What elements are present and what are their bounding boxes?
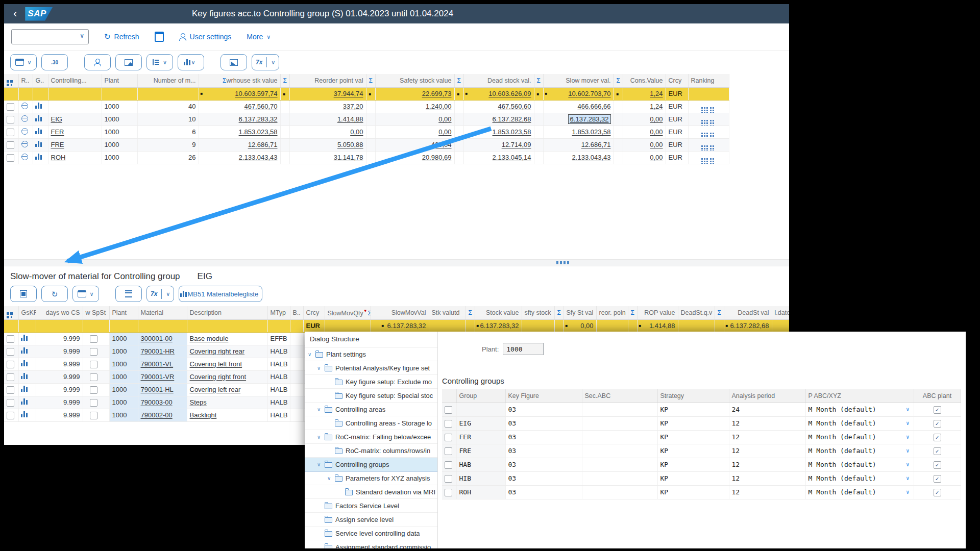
tree-item[interactable]: Standard deviation via MRI: [305, 485, 437, 499]
splitter-handle-icon[interactable]: [556, 261, 569, 264]
col-sum[interactable]: Σ: [715, 306, 724, 319]
group-cell[interactable]: HAB: [456, 458, 505, 471]
tree-item[interactable]: ∨ Controlling groups: [305, 458, 437, 471]
tree-item[interactable]: ∨ Controlling areas: [305, 403, 437, 416]
analysis-period-cell[interactable]: 12: [729, 430, 805, 444]
more-menu-button[interactable]: More ∨: [247, 33, 271, 41]
col-stkval[interactable]: Stk valutd: [429, 306, 465, 319]
row-select-cell[interactable]: [4, 138, 18, 151]
abc-plant-cell[interactable]: ✓: [914, 430, 961, 444]
row-select-cell[interactable]: [4, 151, 18, 164]
graph-cell[interactable]: [33, 113, 48, 126]
group-cell[interactable]: [456, 403, 505, 416]
col-wrhouse[interactable]: Σwrhouse stk value: [199, 74, 280, 87]
p-abc-xyz-cell[interactable]: M Month (default)∨: [805, 458, 914, 471]
detail-cell[interactable]: [18, 126, 33, 138]
total-cons[interactable]: 1,24: [623, 87, 666, 100]
tree-item[interactable]: ∨ Plant settings: [305, 347, 437, 361]
row-select-cell[interactable]: [442, 471, 456, 485]
tree-item[interactable]: RoC-matrix: columns/rows/in: [305, 444, 437, 458]
col-crcy[interactable]: Crcy: [303, 306, 325, 319]
col-stockvalue[interactable]: Stock value: [475, 306, 522, 319]
col-p-abc-xyz[interactable]: P ABC/XYZ: [805, 389, 914, 403]
sec-abc-cell[interactable]: [582, 458, 657, 471]
slow-mover-value-cell[interactable]: 466.666,66: [543, 100, 614, 113]
plant-field[interactable]: 1000: [503, 343, 544, 355]
graphic-button[interactable]: [115, 54, 142, 70]
row-checkbox[interactable]: [7, 116, 14, 123]
reorder-value-cell[interactable]: 0,00: [289, 126, 366, 138]
material-cell[interactable]: 790002-00: [138, 409, 187, 421]
refresh-button[interactable]: ↻ Refresh: [104, 32, 139, 41]
detail-cell[interactable]: [18, 151, 33, 164]
p-abc-xyz-cell[interactable]: M Month (default)∨: [805, 444, 914, 458]
detail-cell[interactable]: [18, 113, 33, 126]
tree-item[interactable]: Assignment standard commissio: [305, 540, 437, 548]
row-select-cell[interactable]: [4, 113, 18, 126]
row-checkbox[interactable]: [445, 420, 452, 428]
chevron-expand-icon[interactable]: ∨: [327, 475, 335, 481]
row-select-cell[interactable]: [4, 332, 18, 345]
row-checkbox[interactable]: [445, 434, 452, 441]
material-cell[interactable]: 300001-00: [138, 332, 187, 345]
graph-cell[interactable]: [18, 396, 36, 409]
wrhouse-value-cell[interactable]: 2.133.043,43: [199, 151, 280, 164]
safety-value-cell[interactable]: 429,04: [375, 138, 454, 151]
chevron-down-icon[interactable]: ∨: [906, 406, 910, 413]
p-abc-xyz-cell[interactable]: M Month (default)∨: [805, 416, 914, 430]
slow-mover-value-cell[interactable]: 1.853.023,58: [543, 126, 614, 138]
p-abc-xyz-cell[interactable]: M Month (default)∨: [805, 471, 914, 485]
safety-value-cell[interactable]: 0,00: [375, 126, 454, 138]
chart-button[interactable]: ∨: [178, 54, 204, 70]
spst-checkbox[interactable]: [90, 373, 97, 381]
abc-plant-cell[interactable]: ✓: [914, 444, 961, 458]
detail-cell[interactable]: [18, 100, 33, 113]
sec-abc-cell[interactable]: [582, 403, 657, 416]
graph-cell[interactable]: [33, 100, 48, 113]
col-reorder[interactable]: Reorder point val: [289, 74, 366, 87]
row-checkbox[interactable]: [7, 154, 14, 162]
group-cell[interactable]: FRE: [456, 444, 505, 458]
group-cell[interactable]: EIG: [456, 416, 505, 430]
total-dead[interactable]: ■10.603.626,09: [463, 87, 534, 100]
description-cell[interactable]: Covering left rear: [187, 383, 267, 396]
ranking-cell[interactable]: [688, 113, 729, 126]
reorder-value-cell[interactable]: 337,20: [289, 100, 366, 113]
spst-checkbox[interactable]: [90, 386, 97, 394]
slow-mover-value-cell[interactable]: 12.686,71: [543, 138, 614, 151]
col-sum[interactable]: Σ: [554, 306, 564, 319]
chevron-down-icon[interactable]: ∨: [906, 461, 910, 468]
formula-filter-button[interactable]: 7x∨: [146, 286, 174, 302]
spst-checkbox[interactable]: [90, 335, 97, 343]
col-sum[interactable]: [371, 306, 380, 319]
col-sum[interactable]: Σ: [280, 74, 289, 87]
tree-item[interactable]: ∨ Parameters for XYZ analysis: [305, 471, 437, 485]
col-group[interactable]: Group: [456, 389, 505, 403]
col-key-figure[interactable]: Key Figure: [505, 389, 582, 403]
total-deadstval[interactable]: ■6.137.282,68: [724, 319, 772, 332]
special-stock-cell[interactable]: [83, 358, 109, 370]
total-ropvalue[interactable]: ■1.414,88: [637, 319, 678, 332]
col-sum[interactable]: Σ: [454, 74, 463, 87]
material-cell[interactable]: 790001-HL: [138, 383, 187, 396]
spst-checkbox[interactable]: [90, 399, 97, 407]
col-slow[interactable]: Slow mover val.: [543, 74, 614, 87]
row-checkbox[interactable]: [445, 406, 452, 414]
controlling-group-cell[interactable]: FRE: [48, 138, 102, 151]
wrhouse-value-cell[interactable]: 12.686,71: [199, 138, 280, 151]
total-slow[interactable]: ■10.602.703,70: [543, 87, 614, 100]
ranking-cell[interactable]: [688, 138, 729, 151]
analysis-period-cell[interactable]: 12: [729, 471, 805, 485]
col-days[interactable]: days wo CS: [36, 306, 83, 319]
decimal-places-button[interactable]: .30: [41, 54, 68, 70]
material-cell[interactable]: 790001-VL: [138, 358, 187, 370]
row-select-cell[interactable]: [442, 416, 456, 430]
wrhouse-value-cell[interactable]: 1.853.023,58: [199, 126, 280, 138]
abc-plant-checkbox[interactable]: ✓: [934, 489, 941, 496]
col-sum[interactable]: Σ: [628, 306, 637, 319]
key-figure-cell[interactable]: 03: [505, 471, 582, 485]
row-select-cell[interactable]: [4, 358, 18, 370]
analysis-period-cell[interactable]: 12: [729, 458, 805, 471]
row-select-cell[interactable]: [442, 403, 456, 416]
col-slowmovval[interactable]: SlowMovVal: [380, 306, 429, 319]
